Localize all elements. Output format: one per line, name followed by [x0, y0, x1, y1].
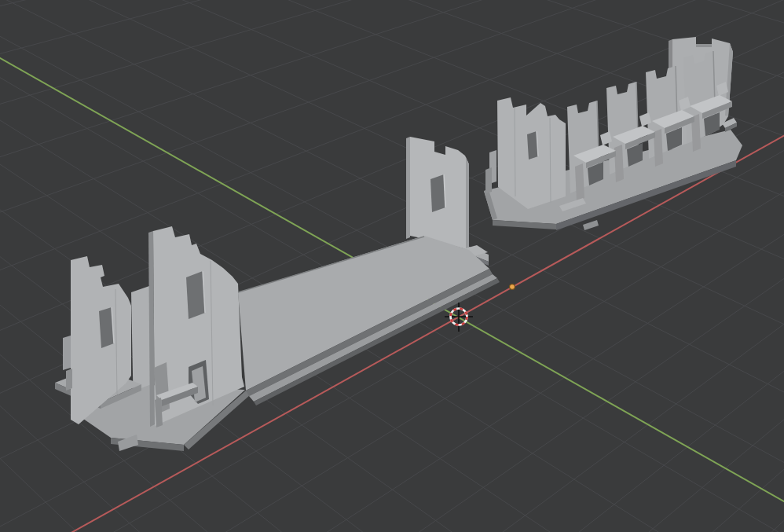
viewport-canvas[interactable] — [0, 0, 784, 532]
wall-side-tab — [63, 336, 71, 370]
wall-left-edge — [406, 137, 410, 239]
window-opening — [430, 174, 445, 212]
tower-notch — [696, 44, 712, 47]
wall-right-edge — [466, 157, 469, 250]
wall-side-tab — [485, 167, 492, 193]
object-origin-point[interactable] — [510, 284, 515, 290]
window-opening — [186, 271, 205, 319]
wall-side-tab — [66, 369, 72, 391]
3d-viewport[interactable] — [0, 0, 784, 532]
